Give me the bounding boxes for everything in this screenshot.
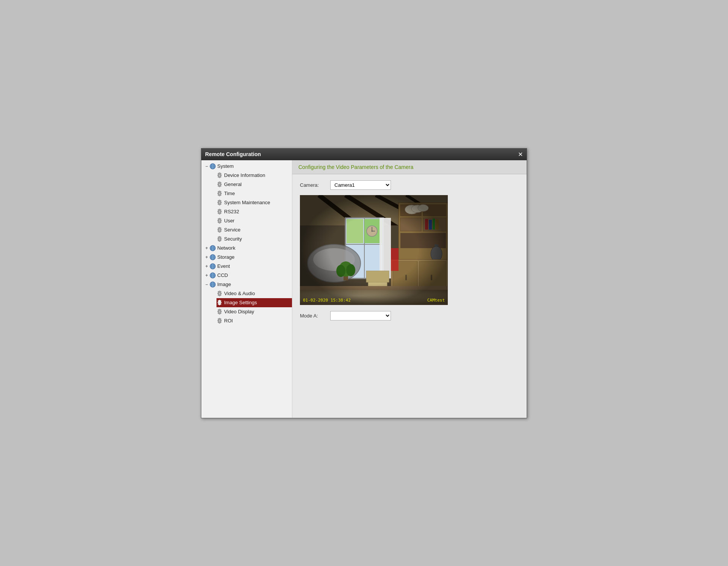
sidebar-item-image-settings[interactable]: Image Settings bbox=[201, 298, 292, 307]
page-header: Configuring the Video Parameters of the … bbox=[292, 160, 527, 174]
svg-point-12 bbox=[219, 229, 221, 231]
storage-globe-icon bbox=[210, 254, 216, 260]
sidebar-item-network[interactable]: + Network bbox=[201, 244, 292, 253]
svg-point-41 bbox=[219, 311, 221, 313]
device-information-label: Device Information bbox=[224, 172, 265, 178]
event-expand-icon[interactable]: + bbox=[204, 263, 210, 269]
svg-point-10 bbox=[219, 211, 221, 213]
svg-point-40 bbox=[219, 302, 221, 303]
sidebar: − System bbox=[201, 160, 292, 418]
ccd-expand-icon[interactable]: + bbox=[204, 272, 210, 278]
video-audio-gear-icon bbox=[217, 291, 223, 297]
content-area: − System bbox=[201, 160, 527, 418]
event-label: Event bbox=[217, 263, 230, 269]
video-display-label: Video Display bbox=[224, 309, 254, 314]
svg-rect-99 bbox=[300, 195, 448, 305]
sidebar-item-system-maintenance[interactable]: System Maintenance bbox=[201, 198, 292, 207]
sidebar-item-system[interactable]: − System bbox=[201, 162, 292, 171]
sidebar-item-ccd[interactable]: + CCD bbox=[201, 271, 292, 280]
mode-label: Mode A: bbox=[300, 313, 330, 319]
image-globe-icon bbox=[210, 281, 216, 288]
rs232-label: RS232 bbox=[224, 209, 239, 214]
sidebar-item-security[interactable]: Security bbox=[201, 235, 292, 244]
general-gear-icon bbox=[217, 181, 223, 188]
image-settings-gear-icon bbox=[217, 300, 223, 306]
system-children-group: Device Information General bbox=[201, 171, 292, 244]
camera-select[interactable]: Camera1 Camera2 bbox=[330, 180, 391, 190]
svg-point-13 bbox=[219, 238, 221, 240]
camera-label: Camera: bbox=[300, 182, 330, 188]
sidebar-item-video-display[interactable]: Video Display bbox=[201, 307, 292, 316]
sidebar-item-video-audio[interactable]: Video & Audio bbox=[201, 289, 292, 298]
event-globe-icon bbox=[210, 263, 216, 269]
image-collapse-icon[interactable]: − bbox=[204, 281, 210, 288]
sidebar-item-storage[interactable]: + Storage bbox=[201, 253, 292, 262]
title-bar: Remote Configuration ✕ bbox=[201, 149, 527, 160]
sidebar-item-rs232[interactable]: RS232 bbox=[201, 207, 292, 216]
video-display-gear-icon bbox=[217, 309, 223, 315]
time-label: Time bbox=[224, 191, 235, 196]
svg-point-39 bbox=[219, 292, 221, 294]
sidebar-item-service[interactable]: Service bbox=[201, 225, 292, 235]
camera-row: Camera: Camera1 Camera2 bbox=[300, 180, 519, 190]
network-globe-icon bbox=[210, 245, 216, 251]
service-gear-icon bbox=[217, 227, 223, 233]
sidebar-item-time[interactable]: Time bbox=[201, 189, 292, 198]
camera-image bbox=[300, 195, 448, 305]
image-children-group: Video & Audio Image Settings bbox=[201, 289, 292, 325]
time-gear-icon bbox=[217, 191, 223, 197]
system-label: System bbox=[217, 163, 234, 169]
ccd-globe-icon bbox=[210, 272, 216, 278]
mode-row: Mode A: bbox=[300, 311, 519, 321]
storage-label: Storage bbox=[217, 254, 235, 260]
remote-config-window: Remote Configuration ✕ − System bbox=[201, 148, 527, 418]
window-title: Remote Configuration bbox=[205, 151, 261, 157]
svg-point-6 bbox=[219, 174, 221, 176]
network-label: Network bbox=[217, 245, 235, 251]
user-gear-icon bbox=[217, 218, 223, 224]
sidebar-item-user[interactable]: User bbox=[201, 216, 292, 225]
svg-point-8 bbox=[219, 192, 221, 194]
system-globe-icon bbox=[210, 163, 216, 169]
roi-label: ROI bbox=[224, 318, 233, 324]
camera-preview: 01-02-2020 15:38:42 CAMtest bbox=[300, 195, 448, 305]
sidebar-item-general[interactable]: General bbox=[201, 180, 292, 189]
camera-name-overlay: CAMtest bbox=[427, 298, 445, 303]
sidebar-item-device-information[interactable]: Device Information bbox=[201, 171, 292, 180]
sidebar-item-image[interactable]: − Image bbox=[201, 280, 292, 289]
form-area: Camera: Camera1 Camera2 bbox=[292, 174, 527, 332]
mode-select[interactable] bbox=[330, 311, 391, 321]
service-label: Service bbox=[224, 227, 240, 233]
page-header-text: Configuring the Video Parameters of the … bbox=[298, 164, 413, 170]
main-content: Configuring the Video Parameters of the … bbox=[292, 160, 527, 418]
system-maintenance-gear-icon bbox=[217, 200, 223, 206]
ccd-label: CCD bbox=[217, 272, 228, 278]
sidebar-item-roi[interactable]: ROI bbox=[201, 316, 292, 325]
svg-point-42 bbox=[219, 320, 221, 322]
video-audio-label: Video & Audio bbox=[224, 291, 255, 296]
storage-expand-icon[interactable]: + bbox=[204, 254, 210, 260]
security-gear-icon bbox=[217, 236, 223, 242]
svg-point-11 bbox=[219, 220, 221, 222]
svg-point-7 bbox=[219, 183, 221, 185]
close-button[interactable]: ✕ bbox=[518, 151, 523, 158]
general-label: General bbox=[224, 181, 242, 187]
camera-timestamp: 01-02-2020 15:38:42 bbox=[303, 298, 351, 303]
user-label: User bbox=[224, 218, 234, 224]
roi-gear-icon bbox=[217, 318, 223, 324]
network-expand-icon[interactable]: + bbox=[204, 245, 210, 251]
image-settings-label: Image Settings bbox=[224, 300, 257, 305]
device-info-gear-icon bbox=[217, 172, 223, 178]
svg-point-9 bbox=[219, 202, 221, 203]
rs232-gear-icon bbox=[217, 209, 223, 215]
image-label: Image bbox=[217, 281, 231, 287]
system-maintenance-label: System Maintenance bbox=[224, 200, 270, 205]
system-collapse-icon[interactable]: − bbox=[204, 163, 210, 169]
security-label: Security bbox=[224, 236, 242, 242]
sidebar-item-event[interactable]: + Event bbox=[201, 262, 292, 271]
